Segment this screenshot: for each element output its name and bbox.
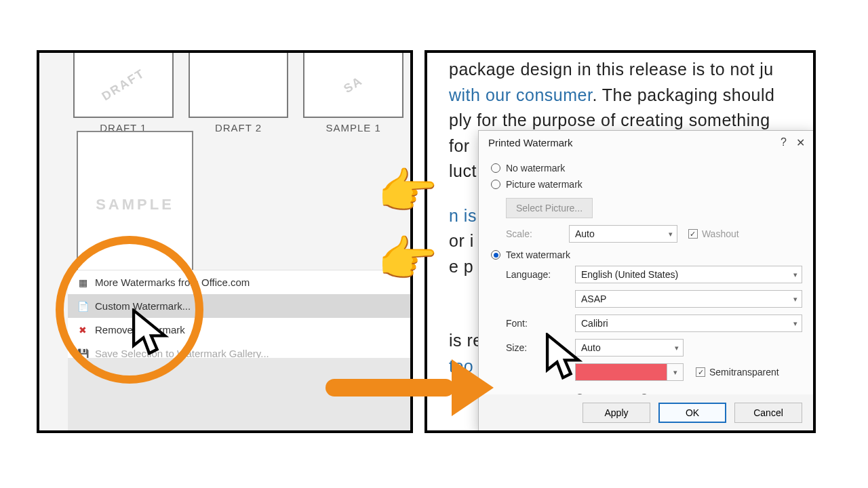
gallery-thumb[interactable]: SA SAMPLE 1 xyxy=(303,52,403,134)
select-picture-button: Select Picture... xyxy=(506,198,593,218)
combo-value: ASAP xyxy=(581,293,606,304)
cancel-button[interactable]: Cancel xyxy=(734,403,802,423)
scale-combo: Auto▾ xyxy=(569,225,677,243)
radio-icon xyxy=(491,250,500,260)
page-icon: 📄 xyxy=(77,301,88,312)
gallery-thumb[interactable]: DRAFT DRAFT 1 xyxy=(73,52,174,134)
doc-line: e p xyxy=(449,254,473,280)
font-combo[interactable]: Calibri▾ xyxy=(575,314,802,332)
doc-line: or i xyxy=(449,228,474,254)
semitransparent-checkbox[interactable] xyxy=(696,367,705,377)
thumb-caption: DRAFT 2 xyxy=(189,122,289,134)
chevron-down-icon: ▾ xyxy=(793,270,797,279)
thumb-diagonal-text: SA xyxy=(303,52,403,118)
radio-icon xyxy=(491,163,500,173)
dialog-title-bar: Printed Watermark ? ✕ xyxy=(479,131,813,153)
thumb-caption: SAMPLE 1 xyxy=(303,122,403,134)
radio-icon xyxy=(491,180,500,189)
chevron-down-icon: ▾ xyxy=(793,295,797,304)
chevron-down-icon: ▾ xyxy=(675,344,679,352)
doc-line: luct xyxy=(449,161,477,180)
radio-picture-watermark[interactable]: Picture watermark xyxy=(491,179,802,190)
dialog-title: Printed Watermark xyxy=(488,137,572,148)
text-combo[interactable]: ASAP▾ xyxy=(575,290,802,308)
apply-button[interactable]: Apply xyxy=(583,403,650,423)
font-label: Font: xyxy=(506,318,571,329)
radio-label: Picture watermark xyxy=(506,179,583,190)
chevron-down-icon: ▾ xyxy=(669,230,673,239)
ok-button[interactable]: OK xyxy=(658,403,726,423)
radio-label: Text watermark xyxy=(506,249,570,260)
radio-label: No watermark xyxy=(506,163,565,174)
color-combo[interactable]: ▾ xyxy=(575,363,684,381)
washout-label: Washout xyxy=(702,228,739,239)
size-combo[interactable]: Auto▾ xyxy=(575,339,684,357)
gallery-thumb[interactable]: DRAFT 2 xyxy=(189,52,289,134)
semitransparent-label: Semitransparent xyxy=(709,367,779,378)
combo-value: English (United States) xyxy=(581,269,678,280)
doc-line: package design in this release is to not… xyxy=(449,60,774,79)
pointing-hand-icon: 👉 xyxy=(377,163,438,220)
remove-icon: ✖ xyxy=(77,325,88,336)
help-button[interactable]: ? xyxy=(781,136,787,149)
scale-label: Scale: xyxy=(506,228,532,239)
cursor-icon xyxy=(545,333,585,384)
close-icon[interactable]: ✕ xyxy=(796,136,805,149)
dialog-footer: Apply OK Cancel xyxy=(479,394,813,431)
language-label: Language: xyxy=(506,269,571,280)
doc-line-link: with our consumer xyxy=(449,85,592,104)
thumb-large-text: SAMPLE xyxy=(96,196,174,214)
combo-value: Auto xyxy=(575,228,595,239)
menu-more-watermarks[interactable]: ▦ More Watermarks from Office.com xyxy=(68,270,410,294)
menu-label: More Watermarks from Office.com xyxy=(95,277,250,288)
doc-line: ply for the purpose of creating somethin… xyxy=(449,110,770,129)
pointing-hand-icon: 👉 xyxy=(377,230,438,288)
radio-text-watermark[interactable]: Text watermark xyxy=(491,249,802,260)
tutorial-composite: DRAFT DRAFT 1 DRAFT 2 SA SAMPLE 1 SAMPLE… xyxy=(0,0,868,488)
language-combo[interactable]: English (United States)▾ xyxy=(575,266,802,283)
cursor-icon xyxy=(132,308,171,360)
online-icon: ▦ xyxy=(77,277,88,288)
doc-line-link: n is xyxy=(449,203,477,229)
menu-remove-watermark[interactable]: ✖ Remove Watermark xyxy=(68,318,410,342)
doc-line: for xyxy=(449,134,470,159)
color-swatch-fill xyxy=(576,364,667,380)
radio-no-watermark[interactable]: No watermark xyxy=(491,163,802,174)
washout-checkbox xyxy=(688,229,698,239)
chevron-down-icon: ▾ xyxy=(667,364,683,380)
thumb-diagonal-text xyxy=(189,52,289,118)
chevron-down-icon: ▾ xyxy=(793,319,797,328)
menu-custom-watermark[interactable]: 📄 Custom Watermark... xyxy=(68,294,410,318)
printed-watermark-dialog: Printed Watermark ? ✕ No watermark Pictu… xyxy=(478,130,814,432)
combo-value: Calibri xyxy=(581,318,608,329)
arrow-right-icon xyxy=(326,359,494,416)
thumb-diagonal-text: DRAFT xyxy=(73,52,174,118)
gallery-row: DRAFT DRAFT 1 DRAFT 2 SA SAMPLE 1 xyxy=(73,52,403,134)
doc-line: . The packaging should xyxy=(592,85,774,104)
context-menu: ▦ More Watermarks from Office.com 📄 Cust… xyxy=(68,270,410,365)
